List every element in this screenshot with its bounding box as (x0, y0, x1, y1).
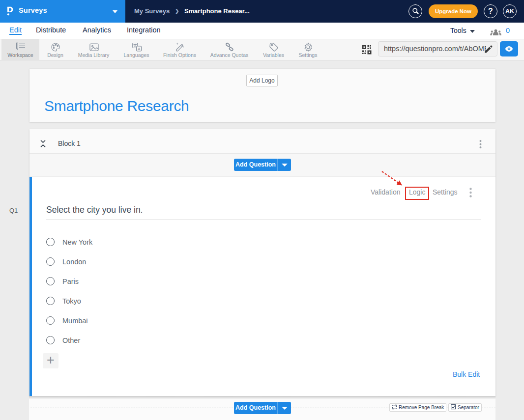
svg-text:A: A (138, 47, 140, 51)
